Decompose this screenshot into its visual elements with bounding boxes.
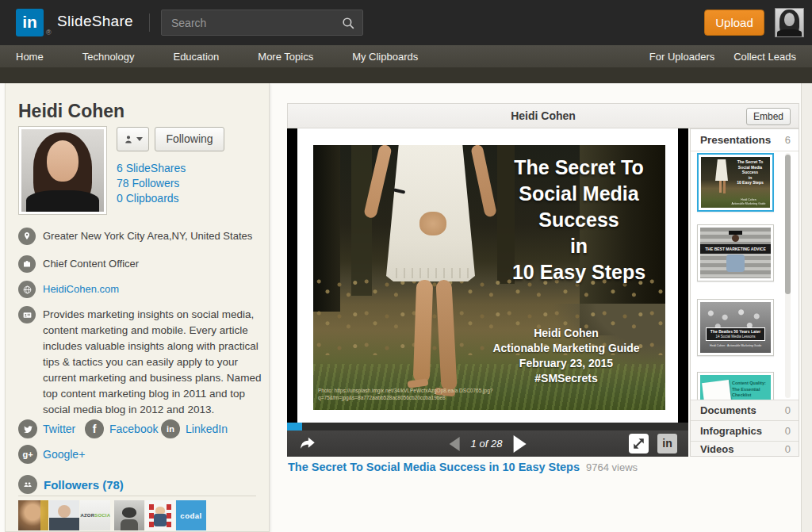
- nav-more-topics[interactable]: More Topics: [258, 51, 313, 63]
- presentation-thumb-4[interactable]: Content Quality: The Essential Checklist: [697, 372, 774, 400]
- row-documents[interactable]: Documents 0: [691, 400, 799, 420]
- infographics-label: Infographics: [700, 425, 762, 437]
- presentation-thumb-3[interactable]: The Beatles 50 Years Later 14 Social Med…: [697, 299, 774, 356]
- thumb-1-caption: The Secret To Social Media Success in 10…: [732, 159, 768, 186]
- player-controls: 1 of 28 in: [287, 431, 688, 457]
- presentation-thumb-1[interactable]: The Secret To Social Media Success in 10…: [697, 153, 774, 212]
- nav-technology[interactable]: Technology: [82, 51, 135, 63]
- deck-views: 9764 views: [586, 461, 638, 473]
- videos-count: 0: [785, 443, 791, 455]
- googleplus-label: Google+: [43, 448, 85, 461]
- profile-photo[interactable]: [18, 126, 107, 215]
- role-row: Chief Content Officer: [18, 255, 263, 273]
- share-icon[interactable]: [298, 435, 317, 452]
- follower-avatar-codal[interactable]: codal: [176, 500, 206, 530]
- search-box: [161, 10, 363, 36]
- next-slide-button[interactable]: [513, 435, 526, 453]
- nav-collect-leads[interactable]: Collect Leads: [733, 51, 796, 63]
- linkedin-logo-icon[interactable]: in: [16, 9, 44, 36]
- stat-followers-link[interactable]: 78 Followers: [117, 176, 186, 191]
- people-icon: [18, 475, 37, 494]
- slide-photo: The Secret To Social Media Success in 10…: [313, 145, 665, 410]
- avatar-body: [154, 514, 167, 526]
- deck-title-link[interactable]: The Secret To Social Media Success in 10…: [288, 461, 580, 473]
- facebook-link[interactable]: f Facebook: [85, 419, 158, 438]
- right-margin-strip: [801, 83, 812, 532]
- follower-avatar-5[interactable]: [145, 500, 175, 530]
- fullscreen-button[interactable]: [629, 434, 649, 454]
- header-divider: [149, 13, 150, 32]
- stat-slideshares-link[interactable]: 6 SlideShares: [117, 161, 186, 176]
- presentations-label: Presentations: [700, 134, 771, 146]
- documents-count: 0: [785, 404, 791, 416]
- follower-avatars: RAZORSOCIAL codal: [18, 500, 206, 530]
- followers-heading[interactable]: Followers (78): [18, 475, 124, 494]
- nav-my-clipboards[interactable]: My Clipboards: [352, 51, 418, 63]
- linkedin-label: LinkedIn: [186, 423, 228, 435]
- profile-sidebar: Heidi Cohen Following 6 SlideShares 78 F…: [5, 83, 270, 532]
- linkedin-player-logo[interactable]: in: [657, 434, 677, 454]
- id-card-icon: [18, 306, 36, 323]
- briefcase-icon: [18, 255, 36, 273]
- following-button[interactable]: Following: [155, 127, 224, 151]
- googleplus-link[interactable]: g+ Google+: [18, 445, 85, 464]
- thumb-leg-shape: [723, 181, 726, 193]
- slide-footer-text: Heidi Cohen Actionable Marketing Guide F…: [469, 326, 664, 386]
- videos-label: Videos: [700, 443, 733, 455]
- top-header: in ® SlideShare Upload: [0, 0, 812, 45]
- follower-avatar-1[interactable]: [18, 500, 48, 530]
- woman-arm: [470, 145, 497, 218]
- followers-heading-label: Followers (78): [44, 478, 124, 492]
- thumb-2-caption: THE BEST MARKETING ADVICE: [700, 244, 771, 254]
- follow-options-dropdown[interactable]: [117, 127, 149, 151]
- presentations-count: 6: [785, 134, 791, 146]
- brand-slideshare[interactable]: SlideShare: [57, 13, 133, 30]
- current-slide[interactable]: The Secret To Social Media Success in 10…: [297, 128, 678, 423]
- profile-portrait: [21, 129, 104, 212]
- nav-home[interactable]: Home: [16, 51, 44, 63]
- location-text: Greater New York City Area,NY, United St…: [43, 228, 263, 245]
- follower-avatar-razorsocial[interactable]: RAZORSOCIAL: [80, 500, 110, 530]
- nav-for-uploaders[interactable]: For Uploaders: [649, 51, 714, 63]
- embed-button[interactable]: Embed: [746, 108, 791, 125]
- row-videos[interactable]: Videos 0: [691, 441, 799, 456]
- content-type-panel: Presentations 6 The Secret To Social Med…: [690, 128, 799, 457]
- razorsocial-logo-text-1: RAZOR: [80, 513, 94, 518]
- googleplus-icon: g+: [18, 445, 37, 464]
- account-avatar[interactable]: [775, 8, 804, 37]
- slide-title-text: The Secret To Social Media Success in 10…: [497, 155, 661, 285]
- account-avatar-portrait: [776, 9, 803, 36]
- website-link[interactable]: HeidiCohen.com: [43, 281, 263, 298]
- thumb-3-caption: The Beatles 50 Years Later: [707, 328, 764, 335]
- follower-avatar-2[interactable]: [49, 500, 79, 530]
- thumb-1-footer: Heidi Cohen Actionable Marketing Guide: [729, 198, 768, 205]
- thumb-leg-shape: [719, 181, 722, 193]
- nav-right: For Uploaders Collect Leads: [649, 51, 796, 63]
- registered-mark: ®: [46, 29, 52, 36]
- facebook-icon: f: [85, 419, 104, 438]
- stat-clipboards-link[interactable]: 0 Clipboards: [117, 191, 186, 206]
- linkedin-icon: in: [161, 419, 180, 438]
- linkedin-link[interactable]: in LinkedIn: [161, 419, 228, 438]
- slide-player: The Secret To Social Media Success in 10…: [287, 128, 688, 423]
- panel-scrollbar-thumb[interactable]: [785, 155, 791, 294]
- upload-button[interactable]: Upload: [704, 10, 764, 36]
- presentation-thumb-2[interactable]: THE BEST MARKETING ADVICE: [697, 224, 774, 281]
- person-icon: [123, 134, 134, 145]
- page-indicator: 1 of 28: [471, 438, 503, 450]
- deck-caption: The Secret To Social Media Success in 10…: [288, 461, 638, 473]
- row-infographics[interactable]: Infographics 0: [691, 420, 799, 441]
- followers-divider: [18, 496, 256, 496]
- follower-avatar-4[interactable]: [114, 500, 144, 530]
- search-icon[interactable]: [341, 16, 356, 31]
- player-progress-bar[interactable]: [287, 423, 688, 431]
- search-input[interactable]: [162, 10, 362, 35]
- nav-sub-strip: [0, 67, 812, 83]
- infographics-count: 0: [785, 425, 791, 437]
- thumb-dress-shape: [715, 159, 728, 181]
- previous-slide-button[interactable]: [450, 437, 460, 451]
- thumb-3-caption2: 14 Social Media Lessons: [707, 335, 764, 339]
- presentations-header[interactable]: Presentations 6: [691, 129, 799, 151]
- nav-education[interactable]: Education: [173, 51, 219, 63]
- twitter-link[interactable]: Twitter: [18, 419, 75, 438]
